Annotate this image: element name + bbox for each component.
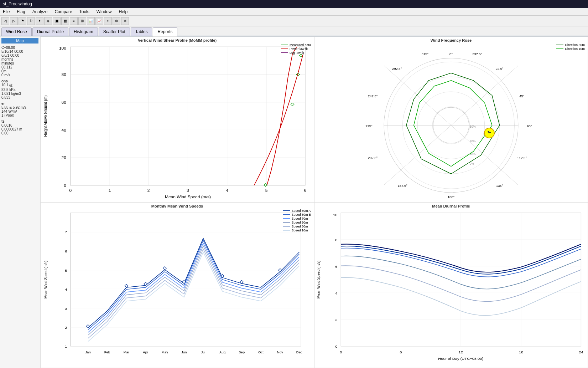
toolbar-btn-10[interactable]: ⊞ bbox=[78, 17, 86, 25]
main-content: Map C+08:00 5/10/14 00:00 6/8/1 00:00 mo… bbox=[0, 36, 588, 368]
svg-text:1: 1 bbox=[109, 189, 111, 193]
toolbar-btn-11[interactable]: 📊 bbox=[87, 17, 95, 25]
svg-text:22.5°: 22.5° bbox=[496, 67, 504, 71]
sidebar-mean-power: 144 W/m² bbox=[1, 109, 38, 113]
svg-text:5: 5 bbox=[265, 189, 268, 193]
sidebar-timezone: C+08:00 bbox=[1, 46, 38, 50]
toolbar-btn-14[interactable]: ⊕ bbox=[113, 17, 120, 25]
svg-text:Aug: Aug bbox=[219, 351, 225, 354]
svg-text:Apr: Apr bbox=[143, 351, 148, 354]
chart-wind-rose-svg: 0° 22.5° 45° 90° 112.5° 135° 180° 157.5°… bbox=[314, 43, 588, 200]
tab-wind-rose[interactable]: Wind Rose bbox=[1, 27, 32, 36]
svg-text:Oct: Oct bbox=[258, 351, 264, 354]
svg-text:157.5°: 157.5° bbox=[398, 184, 408, 188]
svg-text:7: 7 bbox=[65, 230, 67, 234]
chart-wind-rose: Wind Frequency Rose Direction 80m Direct… bbox=[314, 36, 588, 202]
svg-text:6: 6 bbox=[400, 350, 402, 354]
svg-text:0°: 0° bbox=[449, 52, 453, 56]
svg-text:Mar: Mar bbox=[124, 351, 129, 354]
svg-text:12: 12 bbox=[459, 350, 463, 354]
svg-text:3: 3 bbox=[65, 307, 67, 311]
svg-text:6: 6 bbox=[335, 265, 337, 269]
svg-text:20: 20 bbox=[62, 156, 66, 160]
toolbar-btn-8[interactable]: ▦ bbox=[61, 17, 69, 25]
tab-diurnal-profile[interactable]: Diurnal Profile bbox=[32, 27, 68, 36]
map-button[interactable]: Map bbox=[1, 38, 38, 44]
sidebar-speed: 0 m/s bbox=[1, 73, 38, 77]
sidebar: Map C+08:00 5/10/14 00:00 6/8/1 00:00 mo… bbox=[0, 36, 40, 368]
svg-text:Mean Wind Speed (m/s): Mean Wind Speed (m/s) bbox=[165, 195, 211, 199]
chart-wind-rose-legend: Direction 80m Direction 10m bbox=[556, 43, 585, 51]
toolbar-btn-9[interactable]: ≡ bbox=[70, 17, 78, 25]
menu-flag[interactable]: Flag bbox=[15, 9, 26, 14]
sidebar-val2: 0.0000027 m bbox=[1, 127, 38, 131]
toolbar-btn-13[interactable]: ⌖ bbox=[104, 17, 112, 25]
tab-histogram[interactable]: Histogram bbox=[69, 27, 98, 36]
title-bar: st_Proc.windog bbox=[0, 0, 588, 8]
svg-text:Jul: Jul bbox=[201, 351, 205, 354]
toolbar-btn-2[interactable]: ▷ bbox=[10, 17, 18, 25]
svg-text:Jan: Jan bbox=[85, 351, 90, 354]
menu-compare[interactable]: Compare bbox=[53, 9, 73, 14]
sidebar-mean-speeds: 5.88 & 5.92 m/s bbox=[1, 106, 38, 109]
chart-diurnal: Mean Diurnal Profile 0 2 4 6 8 10 bbox=[314, 202, 588, 368]
chart-diurnal-title: Mean Diurnal Profile bbox=[314, 203, 588, 209]
sidebar-pressure: 82.5 kPa bbox=[1, 88, 38, 92]
svg-text:Jun: Jun bbox=[181, 351, 187, 354]
toolbar-btn-12[interactable]: 📈 bbox=[95, 17, 103, 25]
toolbar-btn-1[interactable]: ◁ bbox=[1, 17, 9, 25]
menu-help[interactable]: Help bbox=[117, 9, 129, 14]
toolbar-btn-15[interactable]: ⊗ bbox=[121, 17, 129, 25]
svg-text:Nov: Nov bbox=[277, 351, 283, 354]
svg-text:Hour of Day (UTC+08:00): Hour of Day (UTC+08:00) bbox=[438, 357, 483, 361]
sidebar-period: months bbox=[1, 57, 38, 61]
charts-area: Vertical Wind Shear Profile (MoMM profil… bbox=[40, 36, 588, 368]
svg-rect-94 bbox=[341, 213, 581, 346]
toolbar-btn-3[interactable]: ⚑ bbox=[19, 17, 26, 25]
svg-text:40: 40 bbox=[62, 128, 66, 132]
toolbar-btn-6[interactable]: ◈ bbox=[44, 17, 52, 25]
svg-text:292.5°: 292.5° bbox=[392, 67, 402, 71]
chart-monthly-wind: Monthly Mean Wind Speeds Speed 80m A Spe… bbox=[40, 202, 314, 368]
app-title: st_Proc.windog bbox=[3, 1, 32, 6]
sidebar-minutes: minutes bbox=[1, 61, 38, 65]
toolbar-btn-5[interactable]: ✦ bbox=[36, 17, 43, 25]
svg-text:Sep: Sep bbox=[239, 351, 245, 354]
svg-text:0: 0 bbox=[335, 344, 337, 348]
chart-monthly-wind-title: Monthly Mean Wind Speeds bbox=[41, 203, 314, 209]
svg-text:337.5°: 337.5° bbox=[472, 52, 482, 56]
svg-text:135°: 135° bbox=[496, 184, 503, 188]
sidebar-records: 60,112 bbox=[1, 65, 38, 69]
chart-monthly-svg: 1 2 3 4 5 6 7 Mean Wind Speed (m/s) Jan … bbox=[41, 209, 314, 366]
tab-reports[interactable]: Reports bbox=[153, 27, 177, 36]
svg-text:4: 4 bbox=[335, 291, 337, 295]
svg-text:225°: 225° bbox=[365, 124, 373, 128]
svg-text:20%: 20% bbox=[470, 139, 476, 143]
svg-text:90°: 90° bbox=[527, 124, 532, 128]
svg-text:4: 4 bbox=[65, 287, 67, 291]
chart-wind-shear: Vertical Wind Shear Profile (MoMM profil… bbox=[40, 36, 314, 202]
svg-text:Mean Wind Speed (m/s): Mean Wind Speed (m/s) bbox=[316, 261, 321, 299]
chart-wind-shear-legend: Measured data Power law fit Log law fit bbox=[281, 43, 311, 55]
tab-scatter-plot[interactable]: Scatter Plot bbox=[99, 27, 130, 36]
svg-text:2: 2 bbox=[147, 189, 150, 193]
svg-text:112.5°: 112.5° bbox=[517, 156, 527, 160]
sidebar-val3: 0.00 bbox=[1, 131, 38, 135]
menu-tools[interactable]: Tools bbox=[78, 9, 91, 14]
sidebar-er-label: er bbox=[1, 102, 38, 106]
svg-text:30%: 30% bbox=[470, 125, 476, 128]
svg-text:45°: 45° bbox=[519, 94, 524, 98]
svg-text:May: May bbox=[162, 351, 168, 354]
menu-window[interactable]: Window bbox=[95, 9, 113, 14]
tab-tables[interactable]: Tables bbox=[131, 27, 152, 36]
chart-wind-shear-svg: 0 20 40 60 80 100 0 1 2 3 4 5 6 Height A… bbox=[41, 43, 314, 200]
toolbar-btn-4[interactable]: ⚐ bbox=[27, 17, 35, 25]
toolbar-btn-7[interactable]: ▣ bbox=[53, 17, 61, 25]
svg-text:2: 2 bbox=[335, 318, 337, 322]
menu-file[interactable]: File bbox=[1, 9, 11, 14]
sidebar-val1: 0.0616 bbox=[1, 123, 38, 127]
svg-text:Height Above Ground (m): Height Above Ground (m) bbox=[43, 95, 48, 137]
chart-monthly-legend: Speed 80m A Speed 80m B Speed 70m Speed … bbox=[283, 209, 311, 232]
menu-analyze[interactable]: Analyze bbox=[31, 9, 49, 14]
svg-text:0: 0 bbox=[340, 350, 342, 354]
